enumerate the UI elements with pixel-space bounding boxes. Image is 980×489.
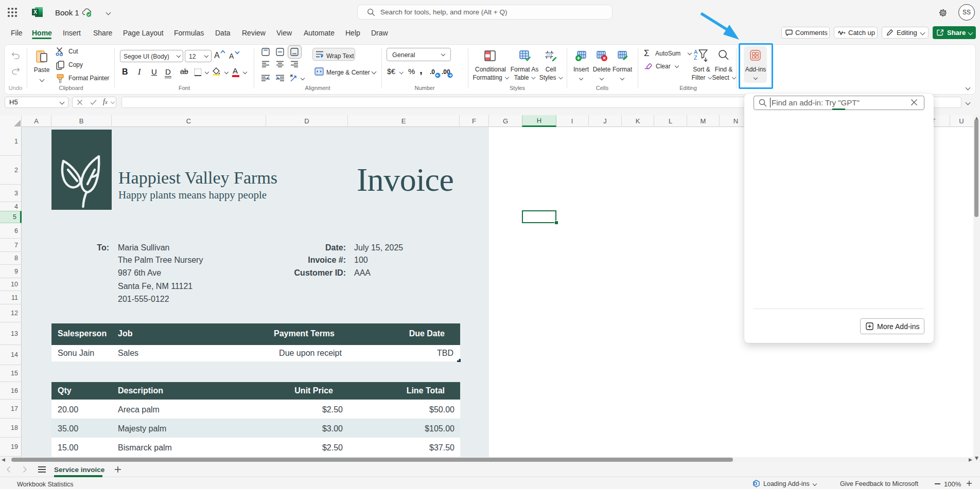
svg-text:Z: Z: [694, 55, 697, 61]
svg-text:X: X: [33, 9, 37, 15]
